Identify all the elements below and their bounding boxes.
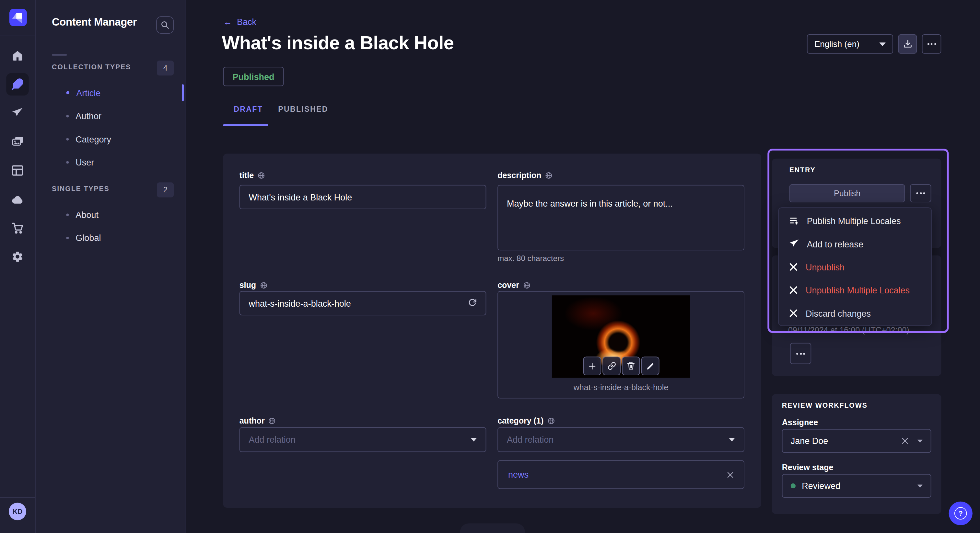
- sidebar-item-about[interactable]: About: [36, 203, 186, 226]
- pencil-icon: [646, 362, 654, 370]
- sidebar-item-author[interactable]: Author: [36, 104, 186, 127]
- cover-field-label: cover: [498, 281, 745, 290]
- sidebar-item-user[interactable]: User: [36, 151, 186, 174]
- chevron-down-icon: [918, 439, 922, 443]
- review-stage-combobox[interactable]: Reviewed: [782, 474, 931, 498]
- sidebar-divider: [52, 54, 67, 56]
- question-mark-icon: ?: [955, 507, 967, 520]
- settings-icon[interactable]: [6, 246, 29, 268]
- user-avatar[interactable]: KD: [9, 503, 26, 520]
- regenerate-slug-button[interactable]: [468, 298, 477, 309]
- description-field-label: description: [498, 170, 745, 180]
- menu-item-add-to-release[interactable]: Add to release: [779, 232, 931, 255]
- review-stage-label: Review stage: [782, 463, 834, 472]
- section-single-types: SINGLE TYPES: [52, 185, 110, 192]
- description-helper: max. 80 characters: [498, 254, 745, 263]
- review-workflows-panel: REVIEW WORKFLOWS Assignee Jane Doe Revie…: [772, 394, 942, 514]
- label-text: description: [498, 170, 541, 180]
- home-icon[interactable]: [6, 44, 29, 67]
- title-input[interactable]: What's inside a Black Hole: [240, 185, 487, 209]
- link-icon: [607, 362, 616, 370]
- trash-icon: [627, 362, 635, 370]
- label-text: slug: [240, 281, 256, 290]
- menu-item-unpublish-multiple-locales[interactable]: Unpublish Multiple Locales: [779, 279, 931, 301]
- assignee-value: Jane Doe: [791, 436, 828, 446]
- header-more-button[interactable]: [922, 34, 942, 54]
- entry-more-button[interactable]: [910, 184, 931, 202]
- search-button[interactable]: [156, 16, 174, 34]
- publish-button[interactable]: Publish: [789, 184, 905, 202]
- placeholder-text: Add relation: [249, 435, 471, 444]
- menu-item-publish-multiple-locales[interactable]: Publish Multiple Locales: [779, 209, 931, 232]
- back-arrow-icon: ←: [223, 17, 232, 27]
- tab-draft[interactable]: DRAFT: [234, 105, 263, 114]
- globe-icon: [260, 281, 267, 289]
- strapi-logo[interactable]: [10, 9, 27, 26]
- cart-glyph: [11, 222, 24, 235]
- next-section-peek: [460, 523, 525, 533]
- media-library-icon[interactable]: [6, 130, 29, 153]
- edit-form-card: title What's inside a Black Hole descrip…: [223, 154, 761, 508]
- sidebar-item-label: Global: [75, 233, 101, 243]
- globe-icon: [258, 171, 265, 179]
- menu-item-unpublish[interactable]: Unpublish: [779, 255, 931, 279]
- menu-item-label: Add to release: [807, 239, 863, 249]
- menu-item-label: Unpublish: [806, 262, 845, 272]
- globe-icon: [547, 417, 555, 424]
- locale-select[interactable]: English (en): [807, 34, 893, 54]
- sidebar-item-category[interactable]: Category: [36, 127, 186, 150]
- scheduled-date-text: 09/11/2024 at 16:00 (UTC+02:00): [788, 325, 909, 335]
- label-text: cover: [498, 281, 519, 290]
- assignee-combobox[interactable]: Jane Doe: [782, 429, 931, 453]
- slug-input[interactable]: what-s-inside-a-black-hole: [240, 291, 487, 316]
- title-field-label: title: [240, 170, 487, 180]
- relation-link-news[interactable]: news: [508, 470, 528, 479]
- status-badge: Published: [223, 67, 283, 86]
- single-types-count-badge: 2: [157, 182, 174, 197]
- sidebar-item-article[interactable]: Article: [36, 81, 186, 104]
- remove-relation-button[interactable]: [727, 471, 734, 478]
- author-relation-combobox[interactable]: Add relation: [240, 427, 487, 452]
- strapi-app: KD Content Manager COLLECTION TYPES 4 Ar…: [0, 0, 980, 533]
- details-more-button[interactable]: [790, 343, 811, 364]
- x-icon: [789, 309, 798, 318]
- category-relation-item: news: [498, 460, 745, 489]
- tab-published[interactable]: PUBLISHED: [278, 105, 328, 114]
- active-item-indicator: [182, 84, 184, 101]
- edit-asset-button[interactable]: [641, 357, 660, 375]
- publish-row: Publish: [789, 184, 931, 202]
- layout-glyph: [11, 165, 24, 176]
- slug-value: what-s-inside-a-black-hole: [249, 298, 351, 308]
- clear-icon[interactable]: [901, 437, 909, 444]
- ellipsis-icon: [927, 43, 936, 45]
- description-textarea[interactable]: Maybe the answer is in this article, or …: [498, 185, 745, 250]
- back-link[interactable]: ← Back: [223, 17, 256, 27]
- bullet-icon: [66, 161, 69, 163]
- releases-icon[interactable]: [6, 102, 29, 124]
- cloud-icon[interactable]: [6, 188, 29, 210]
- content-manager-sidebar: Content Manager COLLECTION TYPES 4 Artic…: [36, 0, 186, 533]
- feather-glyph: [11, 78, 24, 90]
- delete-asset-button[interactable]: [622, 357, 640, 375]
- category-relation-combobox[interactable]: Add relation: [498, 427, 745, 452]
- review-workflows-title: REVIEW WORKFLOWS: [782, 401, 867, 409]
- menu-item-discard-changes[interactable]: Discard changes: [779, 301, 931, 324]
- export-button[interactable]: [898, 34, 917, 54]
- pictures-glyph: [11, 135, 24, 148]
- sidebar-item-label: Article: [76, 88, 100, 98]
- sidebar-item-global[interactable]: Global: [36, 226, 186, 249]
- help-button[interactable]: ?: [949, 501, 972, 525]
- marketplace-icon[interactable]: [6, 217, 29, 239]
- list-plus-icon: [789, 215, 800, 226]
- copy-link-button[interactable]: [603, 357, 620, 375]
- collection-types-list: Article Author Category User: [36, 81, 186, 174]
- add-asset-button[interactable]: [583, 357, 601, 375]
- content-type-builder-icon[interactable]: [6, 159, 29, 182]
- menu-item-label: Publish Multiple Locales: [807, 216, 901, 226]
- paper-plane-icon: [789, 239, 800, 249]
- search-icon: [161, 21, 170, 30]
- cover-filename: what-s-inside-a-black-hole: [498, 383, 744, 392]
- download-icon: [903, 39, 912, 49]
- bullet-icon: [66, 91, 69, 95]
- content-manager-icon[interactable]: [6, 73, 29, 95]
